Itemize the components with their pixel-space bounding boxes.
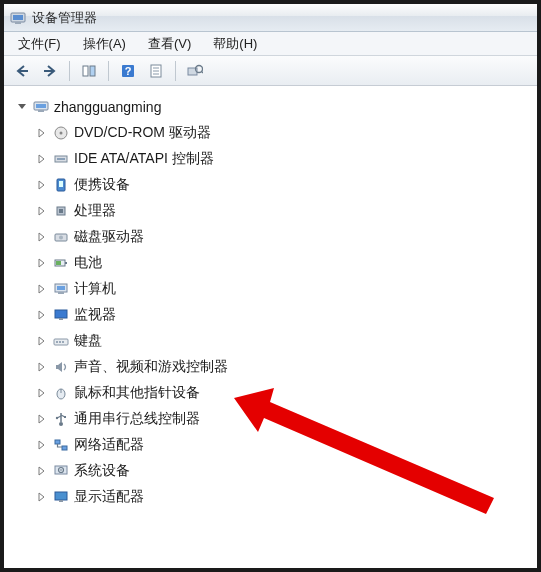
svg-rect-28	[65, 262, 67, 264]
sound-icon	[52, 358, 70, 376]
svg-rect-1	[13, 15, 23, 20]
svg-rect-50	[55, 492, 67, 500]
properties-button[interactable]	[144, 59, 168, 83]
svg-rect-45	[55, 440, 60, 444]
network-icon	[52, 436, 70, 454]
tree-node-label: IDE ATA/ATAPI 控制器	[74, 150, 214, 168]
forward-button[interactable]	[38, 59, 62, 83]
device-tree[interactable]: zhangguangming DVD/CD-ROM 驱动器IDE ATA/ATA…	[4, 86, 537, 568]
tree-node[interactable]: 计算机	[8, 276, 533, 302]
svg-rect-15	[36, 104, 46, 108]
svg-rect-44	[64, 416, 66, 418]
help-button[interactable]: ?	[116, 59, 140, 83]
tree-node[interactable]: DVD/CD-ROM 驱动器	[8, 120, 533, 146]
toolbar: ?	[4, 56, 537, 86]
tree-node[interactable]: IDE ATA/ATAPI 控制器	[8, 146, 533, 172]
tree-node-label: 显示适配器	[74, 488, 144, 506]
svg-rect-3	[83, 66, 88, 76]
ide-icon	[52, 150, 70, 168]
svg-rect-29	[56, 261, 61, 265]
cpu-icon	[52, 202, 70, 220]
tree-node-label: 声音、视频和游戏控制器	[74, 358, 228, 376]
svg-text:?: ?	[125, 65, 132, 77]
svg-rect-22	[59, 181, 63, 187]
tree-node-label: 便携设备	[74, 176, 130, 194]
tree-node[interactable]: 电池	[8, 250, 533, 276]
display-icon	[52, 488, 70, 506]
svg-rect-32	[58, 292, 64, 294]
disk-icon	[52, 228, 70, 246]
collapse-icon[interactable]	[16, 101, 28, 113]
tree-node[interactable]: 网络适配器	[8, 432, 533, 458]
svg-rect-24	[59, 209, 63, 213]
svg-rect-46	[62, 446, 67, 450]
tree-node[interactable]: 鼠标和其他指针设备	[8, 380, 533, 406]
tree-node[interactable]: 通用串行总线控制器	[8, 406, 533, 432]
pc-icon	[52, 280, 70, 298]
svg-rect-20	[57, 158, 65, 160]
tree-node[interactable]: 键盘	[8, 328, 533, 354]
tree-root-label: zhangguangming	[54, 99, 161, 115]
expand-icon[interactable]	[36, 179, 48, 191]
tree-node[interactable]: 显示适配器	[8, 484, 533, 510]
mouse-icon	[52, 384, 70, 402]
expand-icon[interactable]	[36, 413, 48, 425]
expand-icon[interactable]	[36, 361, 48, 373]
svg-point-41	[59, 422, 63, 426]
toolbar-separator	[108, 61, 109, 81]
svg-point-49	[60, 469, 62, 471]
keyboard-icon	[52, 332, 70, 350]
expand-icon[interactable]	[36, 127, 48, 139]
expand-icon[interactable]	[36, 231, 48, 243]
tree-node-label: 磁盘驱动器	[74, 228, 144, 246]
tree-node-label: 计算机	[74, 280, 116, 298]
menubar: 文件(F) 操作(A) 查看(V) 帮助(H)	[4, 32, 537, 56]
toolbar-separator	[175, 61, 176, 81]
menu-view[interactable]: 查看(V)	[138, 33, 201, 55]
tree-node-label: 系统设备	[74, 462, 130, 480]
menu-help[interactable]: 帮助(H)	[203, 33, 267, 55]
tree-node[interactable]: 处理器	[8, 198, 533, 224]
expand-icon[interactable]	[36, 257, 48, 269]
titlebar: 设备管理器	[4, 4, 537, 32]
expand-icon[interactable]	[36, 283, 48, 295]
back-button[interactable]	[10, 59, 34, 83]
expand-icon[interactable]	[36, 335, 48, 347]
tree-node[interactable]: 便携设备	[8, 172, 533, 198]
tree-node-label: 鼠标和其他指针设备	[74, 384, 200, 402]
scan-hardware-button[interactable]	[183, 59, 207, 83]
expand-icon[interactable]	[36, 153, 48, 165]
window-title: 设备管理器	[32, 9, 97, 27]
tree-node-label: DVD/CD-ROM 驱动器	[74, 124, 211, 142]
system-icon	[52, 462, 70, 480]
expand-icon[interactable]	[36, 491, 48, 503]
tree-node[interactable]: 监视器	[8, 302, 533, 328]
svg-rect-31	[57, 286, 65, 290]
tree-node[interactable]: 声音、视频和游戏控制器	[8, 354, 533, 380]
svg-rect-36	[56, 341, 58, 343]
tree-node-label: 电池	[74, 254, 102, 272]
menu-file[interactable]: 文件(F)	[8, 33, 71, 55]
tree-root-node[interactable]: zhangguangming	[8, 94, 533, 120]
svg-rect-2	[15, 22, 21, 24]
tree-node-label: 处理器	[74, 202, 116, 220]
svg-rect-16	[38, 110, 44, 112]
disc-icon	[52, 124, 70, 142]
show-hidden-button[interactable]	[77, 59, 101, 83]
svg-line-13	[201, 71, 203, 73]
tree-node[interactable]: 磁盘驱动器	[8, 224, 533, 250]
svg-rect-34	[59, 318, 63, 320]
menu-action[interactable]: 操作(A)	[73, 33, 136, 55]
svg-rect-4	[90, 66, 95, 76]
svg-point-26	[59, 236, 63, 240]
portable-icon	[52, 176, 70, 194]
expand-icon[interactable]	[36, 309, 48, 321]
svg-rect-51	[59, 500, 63, 502]
expand-icon[interactable]	[36, 205, 48, 217]
expand-icon[interactable]	[36, 387, 48, 399]
expand-icon[interactable]	[36, 465, 48, 477]
tree-node[interactable]: 系统设备	[8, 458, 533, 484]
tree-node-label: 监视器	[74, 306, 116, 324]
expand-icon[interactable]	[36, 439, 48, 451]
usb-icon	[52, 410, 70, 428]
